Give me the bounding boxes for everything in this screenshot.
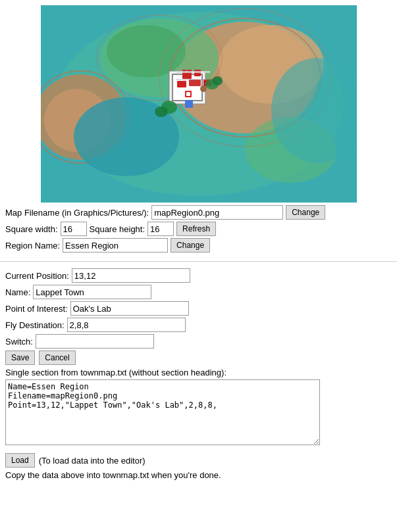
switch-row: Switch: — [5, 334, 392, 349]
filename-change-button[interactable]: Change — [286, 205, 325, 220]
svg-point-26 — [155, 107, 168, 117]
svg-point-7 — [107, 25, 186, 78]
region-change-button[interactable]: Change — [171, 238, 210, 253]
name-input[interactable] — [33, 285, 151, 299]
size-row: Square width: Square height: Refresh — [5, 222, 392, 236]
bottom-section: Load (To load data into the editor) Copy… — [0, 448, 397, 483]
filename-label: Map Filename (in Graphics/Pictures/): — [5, 208, 149, 218]
refresh-button[interactable]: Refresh — [176, 222, 216, 236]
position-input[interactable] — [72, 268, 190, 283]
action-buttons-row: Save Cancel — [5, 351, 392, 365]
svg-rect-19 — [177, 81, 186, 87]
section-label: Single section from townmap.txt (without… — [5, 368, 392, 377]
svg-rect-23 — [186, 92, 190, 96]
position-label: Current Position: — [5, 271, 69, 281]
name-row: Name: — [5, 285, 392, 299]
square-height-input[interactable] — [147, 222, 174, 236]
svg-point-29 — [200, 85, 207, 92]
svg-point-28 — [212, 76, 223, 85]
poi-row: Point of Interest: — [5, 301, 392, 316]
name-label: Name: — [5, 287, 30, 297]
load-row: Load (To load data into the editor) — [5, 453, 392, 468]
region-name-label: Region Name: — [5, 241, 60, 251]
svg-rect-24 — [185, 100, 193, 108]
load-description: (To load data into the editor) — [39, 456, 146, 466]
map-display — [41, 5, 357, 203]
square-height-label: Square height: — [90, 224, 146, 234]
fly-label: Fly Destination: — [5, 320, 65, 330]
copy-instructions: Copy the data above into townmap.txt whe… — [5, 470, 392, 480]
svg-rect-20 — [189, 80, 201, 86]
switch-input[interactable] — [36, 334, 154, 349]
square-width-input[interactable] — [61, 222, 87, 236]
position-row: Current Position: — [5, 268, 392, 283]
townmap-textarea[interactable]: Name=Essen Region Filename=mapRegion0.pn… — [5, 379, 320, 445]
controls-section: Map Filename (in Graphics/Pictures/): Ch… — [0, 203, 397, 257]
map-svg — [41, 5, 357, 203]
region-name-input[interactable] — [63, 238, 168, 253]
info-section: Current Position: Name: Point of Interes… — [0, 266, 397, 448]
fly-row: Fly Destination: — [5, 318, 392, 332]
divider — [0, 261, 397, 262]
filename-input[interactable] — [151, 205, 283, 220]
filename-row: Map Filename (in Graphics/Pictures/): Ch… — [5, 205, 392, 220]
svg-rect-31 — [176, 71, 210, 73]
load-button[interactable]: Load — [5, 453, 35, 468]
region-name-row: Region Name: Change — [5, 238, 392, 253]
square-width-label: Square width: — [5, 224, 58, 234]
poi-label: Point of Interest: — [5, 304, 68, 314]
save-button[interactable]: Save — [5, 351, 35, 365]
fly-input[interactable] — [67, 318, 186, 332]
switch-label: Switch: — [5, 337, 33, 347]
cancel-button[interactable]: Cancel — [39, 351, 75, 365]
poi-input[interactable] — [70, 301, 189, 316]
